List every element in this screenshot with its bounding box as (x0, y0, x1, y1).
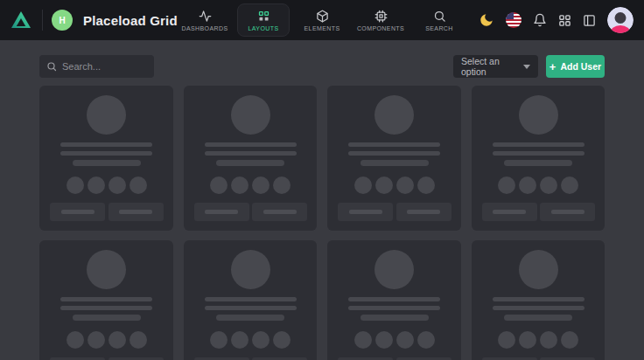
flag-canton (506, 12, 514, 19)
nav-item-layouts[interactable]: LAYOUTS (237, 3, 290, 37)
dot-placeholder (498, 331, 515, 349)
dot-placeholders (66, 331, 147, 349)
button-placeholder[interactable] (194, 203, 249, 221)
text-line-placeholder (360, 160, 429, 166)
dot-placeholders (498, 331, 578, 349)
nav-item-label: LAYOUTS (248, 25, 279, 31)
text-line-placeholder (348, 142, 440, 147)
dot-placeholder (417, 331, 435, 349)
plus-icon: + (550, 61, 556, 73)
nav-item-elements[interactable]: ELEMENTS (296, 3, 348, 37)
dot-placeholder (396, 331, 414, 349)
text-line-placeholder (60, 297, 152, 301)
button-placeholders (482, 203, 596, 221)
toolbar-right: Select an option + Add User (453, 55, 605, 78)
button-placeholder[interactable] (482, 203, 537, 221)
activity-icon (199, 10, 212, 23)
text-line-placeholder (205, 297, 297, 301)
panel-icon[interactable] (583, 14, 596, 27)
placeholder-card[interactable] (39, 240, 173, 360)
add-user-button[interactable]: + Add User (546, 55, 605, 78)
text-line-placeholder (348, 306, 440, 310)
nav-item-label: DASHBOARDS (181, 25, 228, 31)
divider (42, 10, 43, 31)
button-placeholder[interactable] (108, 203, 164, 221)
moon-icon[interactable] (479, 12, 494, 28)
workspace-avatar[interactable]: H (52, 10, 73, 31)
placeholder-card[interactable] (327, 86, 461, 231)
text-line-placeholder (504, 315, 572, 321)
button-bar-placeholder (263, 210, 297, 214)
apps-icon[interactable] (558, 14, 571, 27)
brand-logo-icon[interactable] (10, 10, 33, 31)
placeholder-card[interactable] (184, 86, 318, 231)
button-bar-placeholder (407, 210, 440, 214)
text-line-placeholder (493, 151, 584, 156)
button-bar-placeholder (119, 210, 152, 214)
dot-placeholder (231, 331, 248, 349)
cpu-icon (374, 10, 388, 23)
text-line-placeholder (504, 160, 572, 166)
us-flag-icon[interactable] (506, 12, 522, 28)
dot-placeholders (354, 331, 435, 349)
text-line-placeholder (205, 151, 297, 156)
avatar-placeholder (374, 250, 414, 289)
search-input[interactable] (62, 61, 147, 72)
dot-placeholder (210, 331, 228, 349)
dot-placeholder (519, 177, 536, 194)
dot-placeholder (210, 177, 228, 194)
button-bar-placeholder (349, 210, 382, 214)
nav-item-search[interactable]: SEARCH (413, 3, 466, 37)
text-line-placeholder (493, 142, 584, 147)
text-line-placeholder (60, 306, 152, 310)
dot-placeholder (88, 331, 105, 349)
dot-placeholder (417, 177, 435, 194)
placeholder-card[interactable] (472, 86, 606, 231)
dot-placeholder (354, 331, 372, 349)
placeholder-card[interactable] (184, 240, 318, 360)
user-avatar[interactable] (607, 7, 634, 33)
text-line-placeholder (73, 160, 141, 166)
dot-placeholder (273, 177, 290, 194)
dot-placeholders (66, 177, 147, 194)
button-placeholders (194, 203, 308, 221)
avatar-placeholder (374, 95, 414, 135)
button-placeholders (338, 203, 452, 221)
button-placeholders (50, 203, 164, 221)
avatar-placeholder (519, 250, 558, 289)
navbar-left: H Placeload Grid (10, 10, 178, 31)
button-bar-placeholder (493, 210, 526, 214)
dot-placeholders (210, 177, 290, 194)
button-placeholder[interactable] (252, 203, 307, 221)
dot-placeholder (519, 331, 536, 349)
app: H Placeload Grid DASHBOARDS LAYOUTS (0, 0, 644, 360)
text-line-placeholder (360, 315, 429, 321)
button-placeholder[interactable] (540, 203, 595, 221)
nav-item-components[interactable]: COMPONENTS (354, 3, 407, 37)
dot-placeholder (130, 177, 147, 194)
search-box[interactable] (39, 55, 154, 78)
chevron-down-icon (523, 65, 530, 69)
text-line-placeholder (493, 306, 584, 310)
dot-placeholder (252, 331, 270, 349)
search-icon (433, 10, 446, 23)
button-bar-placeholder (551, 210, 584, 214)
placeholder-card[interactable] (472, 240, 606, 360)
dot-placeholder (273, 331, 290, 349)
placeholder-card[interactable] (327, 240, 461, 360)
text-line-placeholder (216, 315, 284, 321)
add-user-label: Add User (560, 61, 601, 72)
button-placeholder[interactable] (50, 203, 105, 221)
dot-placeholder (108, 177, 126, 194)
nav-item-dashboards[interactable]: DASHBOARDS (178, 3, 231, 37)
bell-icon[interactable] (533, 13, 547, 27)
dot-placeholders (210, 331, 290, 349)
button-placeholder[interactable] (338, 203, 393, 221)
button-placeholder[interactable] (396, 203, 452, 221)
dot-placeholder (375, 177, 393, 194)
dot-placeholder (354, 177, 372, 194)
toolbar: Select an option + Add User (39, 55, 605, 78)
option-select[interactable]: Select an option (453, 55, 538, 78)
dot-placeholder (231, 177, 248, 194)
placeholder-card[interactable] (39, 86, 173, 231)
